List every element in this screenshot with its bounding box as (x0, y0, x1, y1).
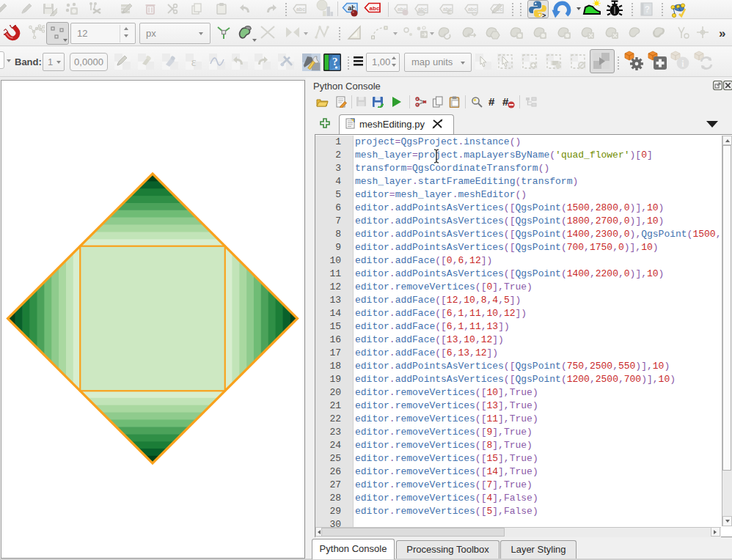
svg-text:abc: abc (296, 7, 305, 12)
svg-text:abc: abc (468, 7, 477, 12)
svg-text:abc: abc (370, 5, 380, 12)
svg-text:?: ? (645, 4, 650, 15)
svg-text:?: ? (332, 56, 338, 67)
svg-text:>: > (542, 12, 546, 18)
svg-text:ε: ε (191, 56, 197, 68)
